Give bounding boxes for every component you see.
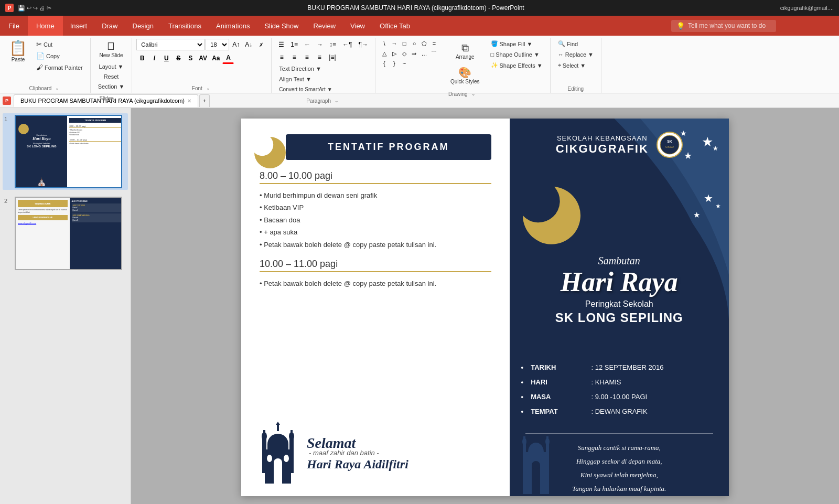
shape-bracket2[interactable]: } bbox=[390, 59, 399, 68]
shape-line[interactable]: \ bbox=[380, 39, 389, 48]
font-expand[interactable]: ⌄ bbox=[205, 84, 212, 92]
menu-transitions[interactable]: Transitions bbox=[161, 16, 209, 36]
shape-diamond[interactable]: ◇ bbox=[400, 49, 409, 58]
tab-close[interactable]: ✕ bbox=[187, 98, 191, 104]
arrange-button[interactable]: ⧉ Arrange bbox=[446, 39, 485, 63]
italic-button[interactable]: I bbox=[148, 52, 160, 64]
shadow-button[interactable]: S bbox=[185, 52, 196, 64]
increase-indent[interactable]: → bbox=[314, 39, 326, 50]
menu-review[interactable]: Review bbox=[306, 16, 343, 36]
align-center[interactable]: ≡ bbox=[288, 51, 300, 63]
font-size-decrease[interactable]: A↓ bbox=[243, 39, 254, 50]
quick-styles-icon: 🎨 bbox=[458, 67, 471, 78]
shape-effects-button[interactable]: ✨ Shape Effects ▼ bbox=[488, 60, 546, 70]
quick-styles-button[interactable]: 🎨 Quick Styles bbox=[446, 65, 485, 87]
shape-rect[interactable]: □ bbox=[400, 39, 409, 48]
slide-thumb-2[interactable]: 2 TENTANG KAMI Lorem ipsum dolor sit ame… bbox=[3, 195, 128, 272]
find-button[interactable]: 🔍 Find bbox=[555, 39, 581, 49]
font-size-select[interactable]: 18 bbox=[206, 39, 229, 50]
case-button[interactable]: Aa bbox=[210, 52, 222, 64]
shape-curve[interactable]: ⌒ bbox=[429, 49, 439, 58]
new-slide-button[interactable]: 🗌 New Slide bbox=[96, 39, 126, 60]
slides-expand[interactable]: ⌄ bbox=[116, 94, 123, 102]
canvas-area[interactable]: TENTATIF PROGRAM 8.00 – 10.00 pagi Murid… bbox=[131, 108, 839, 504]
font-size-increase[interactable]: A↑ bbox=[230, 39, 242, 50]
menu-design[interactable]: Design bbox=[125, 16, 161, 36]
svg-rect-1 bbox=[267, 444, 288, 449]
bullet-item: Petak bawak boleh delete @ copy paste pe… bbox=[260, 277, 491, 289]
svg-rect-7 bbox=[291, 430, 293, 436]
school-name-main: CIKGUGRAFIK bbox=[556, 142, 649, 156]
section-button[interactable]: Section ▼ bbox=[95, 82, 128, 91]
strikethrough-button[interactable]: S bbox=[173, 52, 184, 64]
drawing-expand[interactable]: ⌄ bbox=[470, 90, 477, 98]
bullet-item: Petak bawak boleh delete @ copy paste pe… bbox=[260, 239, 491, 251]
shape-squiggle[interactable]: ~ bbox=[400, 59, 409, 68]
bullets-button[interactable]: ☰ bbox=[276, 39, 287, 50]
svg-point-12 bbox=[284, 455, 289, 462]
ltr-button[interactable]: ¶→ bbox=[356, 39, 371, 50]
shape-outline-button[interactable]: □ Shape Outline ▼ bbox=[488, 50, 546, 59]
new-tab[interactable]: + bbox=[199, 94, 210, 107]
slide-thumb-1[interactable]: 1 SambutanHari Raya Peringkat Sekolah SK… bbox=[3, 113, 128, 190]
font-color-button[interactable]: A bbox=[222, 52, 234, 64]
clipboard-expand[interactable]: ⌄ bbox=[53, 84, 61, 92]
col-layout[interactable]: |≡| bbox=[326, 51, 338, 63]
shape-arrow2[interactable]: ⇒ bbox=[410, 49, 419, 58]
slide-num-1: 1 bbox=[4, 115, 12, 122]
shape-rtri[interactable]: ▷ bbox=[390, 49, 399, 58]
select-button[interactable]: ⌖ Select ▼ bbox=[555, 60, 589, 70]
menu-officetab[interactable]: Office Tab bbox=[372, 16, 417, 36]
copy-button[interactable]: 📄 Copy bbox=[33, 50, 86, 61]
bullet-item: Bacaan doa bbox=[260, 214, 491, 226]
bold-button[interactable]: B bbox=[136, 52, 148, 64]
menu-view[interactable]: View bbox=[343, 16, 372, 36]
search-input[interactable] bbox=[688, 22, 767, 29]
align-left[interactable]: ≡ bbox=[276, 51, 287, 63]
cut-button[interactable]: ✂ Cut bbox=[33, 39, 86, 50]
menu-file[interactable]: File bbox=[0, 16, 28, 36]
clear-format[interactable]: ✗ bbox=[255, 39, 267, 50]
svg-marker-14 bbox=[276, 422, 280, 425]
menu-animations[interactable]: Animations bbox=[209, 16, 257, 36]
menu-draw[interactable]: Draw bbox=[94, 16, 125, 36]
find-icon: 🔍 bbox=[558, 40, 565, 47]
shape-fill-icon: 🪣 bbox=[491, 40, 498, 47]
justify[interactable]: ≡ bbox=[314, 51, 325, 63]
convert-smartart-button[interactable]: Convert to SmartArt ▼ bbox=[276, 85, 335, 94]
search-box[interactable]: 💡 bbox=[671, 20, 776, 32]
menu-slideshow[interactable]: Slide Show bbox=[257, 16, 306, 36]
reset-button[interactable]: Reset bbox=[101, 72, 122, 81]
poem-section: Sungguh cantik si rama-rama, Hinggap see… bbox=[520, 441, 719, 496]
shape-fill-button[interactable]: 🪣 Shape Fill ▼ bbox=[488, 39, 546, 49]
shape-eq[interactable]: = bbox=[429, 39, 439, 48]
col-spacing[interactable]: ↕≡ bbox=[327, 39, 339, 50]
shape-circle[interactable]: ○ bbox=[410, 39, 419, 48]
replace-button[interactable]: ↔ Replace ▼ bbox=[555, 50, 597, 59]
align-right[interactable]: ≡ bbox=[301, 51, 313, 63]
format-painter-button[interactable]: 🖌 Format Painter bbox=[33, 62, 86, 73]
main-slide: TENTATIF PROGRAM 8.00 – 10.00 pagi Murid… bbox=[241, 119, 729, 496]
shape-tri[interactable]: △ bbox=[380, 49, 389, 58]
divider-line bbox=[525, 433, 714, 434]
shape-more[interactable]: … bbox=[420, 49, 429, 58]
font-name-select[interactable]: Calibri bbox=[136, 39, 205, 50]
school-name-top: SEKOLAH KEBANGSAAN bbox=[556, 134, 649, 142]
rtl-button[interactable]: ←¶ bbox=[340, 39, 354, 50]
underline-button[interactable]: U bbox=[160, 52, 172, 64]
numbering-button[interactable]: 1≡ bbox=[288, 39, 300, 50]
decrease-indent[interactable]: ← bbox=[302, 39, 313, 50]
char-spacing-button[interactable]: AV bbox=[197, 52, 209, 64]
layout-button[interactable]: Layout ▼ bbox=[96, 62, 127, 71]
paste-button[interactable]: 📋 Paste bbox=[4, 39, 32, 65]
paragraph-expand[interactable]: ⌄ bbox=[333, 97, 340, 104]
shape-pentagon[interactable]: ⬠ bbox=[420, 39, 429, 48]
align-text-button[interactable]: Align Text ▼ bbox=[276, 74, 314, 84]
shape-arrow[interactable]: → bbox=[390, 39, 399, 48]
menu-home[interactable]: Home bbox=[28, 16, 63, 36]
menu-insert[interactable]: Insert bbox=[63, 16, 95, 36]
bullet-item: Murid berhimpun di dewan seni grafik bbox=[260, 189, 491, 201]
ribbon-group-drawing: \ → □ ○ ⬠ = △ ▷ ◇ ⇒ … ⌒ { } ~ bbox=[375, 38, 551, 93]
shape-bracket[interactable]: { bbox=[380, 59, 389, 68]
text-direction-button[interactable]: Text Direction ▼ bbox=[276, 64, 325, 73]
